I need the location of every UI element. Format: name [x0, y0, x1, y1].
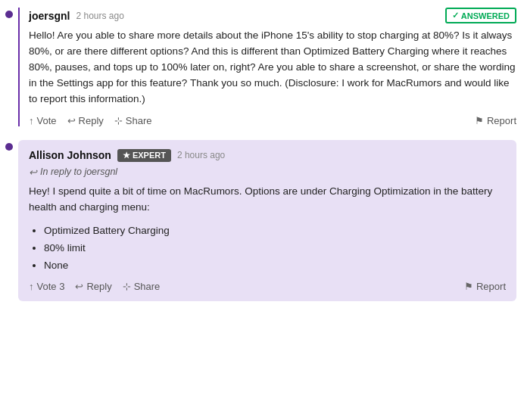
reply-icon: ↩	[67, 115, 76, 126]
reply-list: Optimized Battery Charging 80% limit Non…	[44, 222, 506, 275]
vote-button-2[interactable]: ↑ Vote 3	[29, 281, 64, 292]
comment-item-expert: Allison Johnson EXPERT 2 hours ago ↩ In …	[0, 140, 516, 302]
comment-header: joersgnl 2 hours ago ANSWERED	[29, 8, 516, 23]
bullet-col	[0, 8, 18, 18]
reply-button[interactable]: ↩ Reply	[67, 115, 104, 126]
reply-button-2[interactable]: ↩ Reply	[75, 281, 111, 292]
list-item: Optimized Battery Charging	[44, 222, 506, 240]
comment-intro-text: Hey! I spend quite a bit of time on MacR…	[29, 184, 506, 216]
bullet-dot	[5, 11, 13, 18]
comment-body-expert: Allison Johnson EXPERT 2 hours ago ↩ In …	[18, 140, 516, 302]
share-icon-2: ⊹	[123, 281, 131, 292]
in-reply-to: ↩ In reply to joersgnl	[29, 166, 506, 178]
comment-header-2: Allison Johnson EXPERT 2 hours ago	[29, 149, 506, 162]
author-name: joersgnl	[29, 10, 70, 22]
report-button-2[interactable]: ⚑ Report	[464, 281, 506, 292]
bullet-col-2	[0, 140, 18, 151]
expert-badge: EXPERT	[117, 149, 171, 162]
reply-label-2: Reply	[86, 281, 111, 292]
comment-timestamp: 2 hours ago	[76, 11, 123, 21]
reply-label: Reply	[79, 115, 104, 126]
report-label: Report	[487, 115, 516, 126]
comment-thread: joersgnl 2 hours ago ANSWERED Hello! Are…	[0, 0, 524, 322]
comment-timestamp-2: 2 hours ago	[177, 150, 225, 160]
list-item: None	[44, 257, 506, 275]
bullet-dot-2	[5, 143, 13, 151]
author-name-2: Allison Johnson	[29, 149, 111, 161]
reply-to-author: joersgnl	[84, 166, 117, 177]
vote-label-2: Vote 3	[37, 281, 65, 292]
answered-badge: ANSWERED	[445, 8, 516, 23]
action-bar-2: ↑ Vote 3 ↩ Reply ⊹ Share ⚑ Report	[29, 281, 506, 292]
share-icon: ⊹	[114, 115, 123, 126]
report-icon-2: ⚑	[464, 281, 473, 292]
header-left-2: Allison Johnson EXPERT 2 hours ago	[29, 149, 225, 162]
share-button[interactable]: ⊹ Share	[114, 115, 152, 126]
vote-icon: ↑	[29, 115, 34, 126]
vote-icon-2: ↑	[29, 281, 34, 292]
reply-icon-2: ↩	[75, 281, 83, 292]
share-label-2: Share	[134, 281, 161, 292]
action-bar: ↑ Vote ↩ Reply ⊹ Share ⚑ Report	[29, 115, 516, 126]
header-left: joersgnl 2 hours ago	[29, 10, 124, 22]
reply-to-text: In reply to joersgnl	[40, 166, 117, 177]
report-icon: ⚑	[475, 115, 484, 126]
report-button[interactable]: ⚑ Report	[475, 115, 516, 126]
share-label: Share	[126, 115, 152, 126]
share-button-2[interactable]: ⊹ Share	[123, 281, 161, 292]
report-label-2: Report	[476, 281, 506, 292]
comment-text: Hello! Are you able to share more detail…	[29, 28, 516, 107]
reply-to-icon: ↩	[29, 166, 37, 178]
comment-body: joersgnl 2 hours ago ANSWERED Hello! Are…	[18, 8, 516, 126]
action-left-2: ↑ Vote 3 ↩ Reply ⊹ Share	[29, 281, 160, 292]
action-left: ↑ Vote ↩ Reply ⊹ Share	[29, 115, 151, 126]
vote-button[interactable]: ↑ Vote	[29, 115, 57, 126]
list-item: 80% limit	[44, 240, 506, 257]
comment-item: joersgnl 2 hours ago ANSWERED Hello! Are…	[0, 8, 516, 126]
vote-label: Vote	[37, 115, 57, 126]
